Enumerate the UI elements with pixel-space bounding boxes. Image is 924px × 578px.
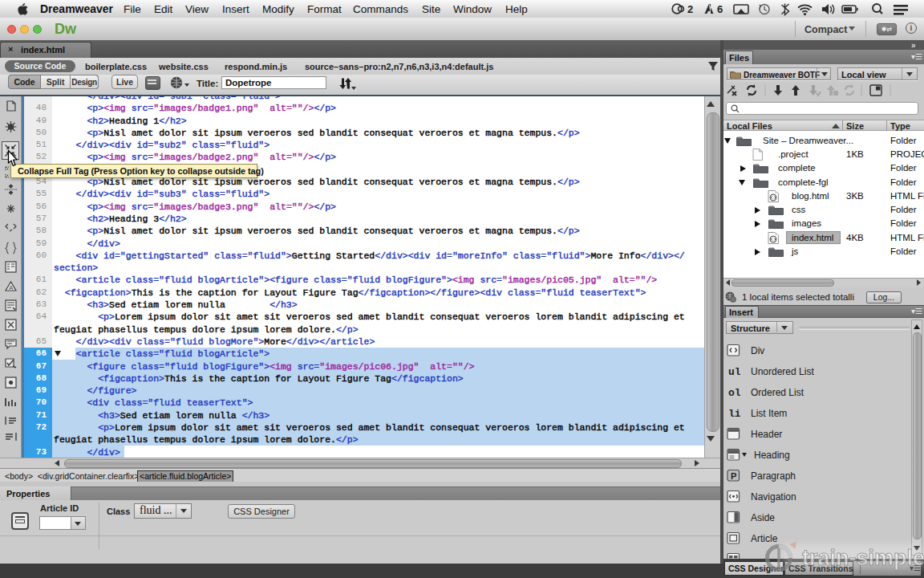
svg-text:ul: ul xyxy=(728,366,740,378)
svg-text:P: P xyxy=(731,471,736,481)
svg-text:6: 6 xyxy=(717,3,723,15)
svg-text:ol: ol xyxy=(728,387,740,399)
svg-text:2: 2 xyxy=(687,3,693,15)
svg-text:train-simple-: train-simple- xyxy=(802,546,924,570)
svg-text:li: li xyxy=(728,408,740,420)
